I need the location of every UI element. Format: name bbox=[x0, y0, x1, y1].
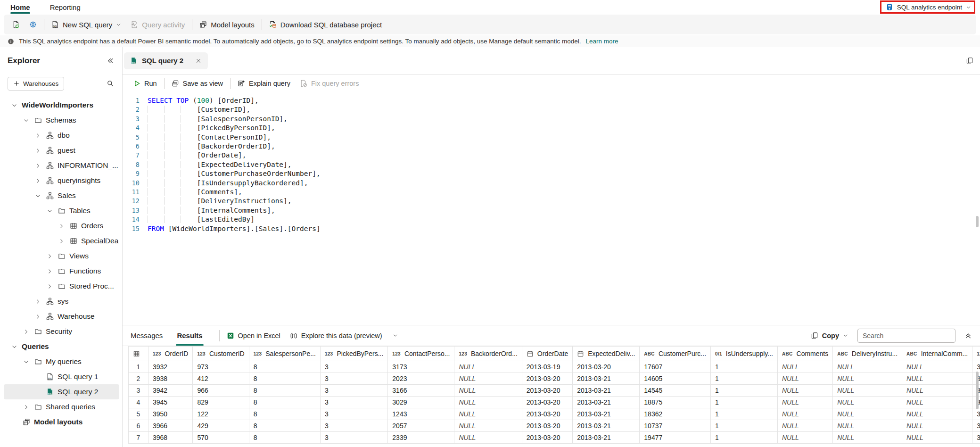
data-cell[interactable]: 2013-03-20 bbox=[573, 361, 640, 373]
tree-item-sql-query-1[interactable]: SQLSQL query 1 bbox=[4, 369, 119, 384]
data-cell[interactable]: NULL bbox=[454, 408, 522, 420]
chevron-right-icon[interactable] bbox=[57, 238, 66, 244]
collapse-results-button[interactable] bbox=[962, 330, 974, 342]
data-cell[interactable]: 2013-03-20 bbox=[522, 408, 572, 420]
data-cell[interactable]: NULL bbox=[777, 420, 832, 432]
data-cell[interactable]: 14605 bbox=[640, 373, 711, 385]
data-cell[interactable]: 2013-03-20 bbox=[522, 420, 572, 432]
data-cell[interactable]: 1243 bbox=[388, 408, 454, 420]
chevron-down-icon[interactable] bbox=[9, 102, 19, 108]
data-cell[interactable]: NULL bbox=[454, 385, 522, 397]
code-line[interactable]: 3 [SalespersonPersonID], bbox=[124, 115, 980, 124]
data-cell[interactable]: 3950 bbox=[148, 408, 193, 420]
column-header-orderdate[interactable]: OrderDate bbox=[522, 347, 572, 361]
data-cell[interactable]: 966 bbox=[193, 385, 249, 397]
tree-item-orders[interactable]: Orders bbox=[4, 218, 119, 233]
data-cell[interactable]: 2013-03-20 bbox=[522, 432, 572, 444]
tree-item-queries[interactable]: Queries bbox=[4, 339, 119, 354]
data-cell[interactable]: 3029 bbox=[388, 397, 454, 408]
data-cell[interactable]: 2013-03-19 bbox=[522, 361, 572, 373]
chevron-down-icon[interactable] bbox=[21, 359, 31, 365]
save-as-view-button[interactable]: Save as view bbox=[167, 76, 228, 91]
tree-item-warehouse[interactable]: Warehouse bbox=[4, 309, 119, 324]
data-cell[interactable]: 2013-03-21 bbox=[573, 397, 640, 408]
explore-this-data-button[interactable]: Explore this data (preview) bbox=[285, 328, 403, 343]
tree-item-guest[interactable]: guest bbox=[4, 143, 119, 158]
download-sql-project-button[interactable]: Download SQL database project bbox=[264, 17, 387, 32]
data-cell[interactable]: 3 bbox=[320, 373, 387, 385]
data-cell[interactable]: NULL bbox=[777, 432, 832, 444]
data-cell[interactable]: 3938 bbox=[148, 373, 193, 385]
column-header-lasteditedby[interactable]: 123LastEditedBy bbox=[972, 347, 980, 361]
row-number-cell[interactable]: 2 bbox=[129, 373, 148, 385]
data-cell[interactable]: 3968 bbox=[148, 432, 193, 444]
data-cell[interactable]: 1 bbox=[711, 408, 778, 420]
data-cell[interactable]: 1 bbox=[711, 397, 778, 408]
tree-item-shared-queries[interactable]: Shared queries bbox=[4, 399, 119, 414]
data-cell[interactable]: NULL bbox=[777, 361, 832, 373]
column-header-customerpurc[interactable]: ABCCustomerPurc... bbox=[640, 347, 711, 361]
sql-editor[interactable]: 1SELECT TOP (100) [OrderID],2 [CustomerI… bbox=[123, 92, 980, 325]
data-cell[interactable]: NULL bbox=[902, 420, 972, 432]
tree-item-information[interactable]: INFORMATION_... bbox=[4, 158, 119, 173]
data-cell[interactable]: NULL bbox=[902, 373, 972, 385]
data-cell[interactable]: 19477 bbox=[640, 432, 711, 444]
column-header-orderid[interactable]: 123OrderID bbox=[148, 347, 193, 361]
chevron-down-icon[interactable] bbox=[33, 193, 42, 199]
data-cell[interactable]: 3966 bbox=[148, 420, 193, 432]
data-cell[interactable]: NULL bbox=[777, 385, 832, 397]
copy-icon[interactable] bbox=[966, 57, 973, 65]
column-header-deliveryinstru[interactable]: ABCDeliveryInstru... bbox=[833, 347, 902, 361]
chevron-right-icon[interactable] bbox=[45, 283, 54, 290]
data-cell[interactable]: 17607 bbox=[640, 361, 711, 373]
tab-reporting[interactable]: Reporting bbox=[50, 0, 81, 14]
data-cell[interactable]: 1 bbox=[711, 420, 778, 432]
data-cell[interactable]: NULL bbox=[833, 408, 902, 420]
open-in-excel-button[interactable]: Open in Excel bbox=[222, 328, 285, 343]
endpoint-switcher[interactable]: SQL analytics endpoint bbox=[880, 0, 975, 14]
data-cell[interactable]: NULL bbox=[902, 432, 972, 444]
data-cell[interactable]: 10737 bbox=[640, 420, 711, 432]
data-cell[interactable]: 3 bbox=[972, 408, 980, 420]
data-cell[interactable]: NULL bbox=[777, 397, 832, 408]
data-cell[interactable]: 3 bbox=[320, 385, 387, 397]
row-number-cell[interactable]: 3 bbox=[129, 385, 148, 397]
data-cell[interactable]: 2013-03-21 bbox=[573, 385, 640, 397]
data-cell[interactable]: 8 bbox=[249, 420, 320, 432]
settings-button[interactable] bbox=[25, 17, 41, 32]
tree-item-stored-proc[interactable]: Stored Proc... bbox=[4, 279, 119, 294]
explain-query-button[interactable]: Explain query bbox=[233, 76, 295, 91]
collapse-explorer-button[interactable] bbox=[104, 55, 116, 67]
column-header-internalcomm[interactable]: ABCInternalComm... bbox=[902, 347, 972, 361]
chevron-right-icon[interactable] bbox=[33, 314, 42, 320]
data-cell[interactable]: 18362 bbox=[640, 408, 711, 420]
data-cell[interactable]: 2339 bbox=[388, 432, 454, 444]
code-line[interactable]: 9 [CustomerPurchaseOrderNumber], bbox=[124, 169, 980, 178]
chevron-right-icon[interactable] bbox=[45, 253, 54, 259]
data-cell[interactable]: 3 bbox=[972, 420, 980, 432]
data-cell[interactable]: 3942 bbox=[148, 385, 193, 397]
tree-item-functions[interactable]: Functions bbox=[4, 264, 119, 279]
data-cell[interactable]: 2013-03-20 bbox=[522, 373, 572, 385]
tree-item-sales[interactable]: Sales bbox=[4, 188, 119, 203]
chevron-right-icon[interactable] bbox=[33, 178, 42, 184]
tab-results[interactable]: Results bbox=[177, 325, 202, 346]
row-number-cell[interactable]: 5 bbox=[129, 408, 148, 420]
tab-messages[interactable]: Messages bbox=[131, 325, 163, 346]
data-cell[interactable]: NULL bbox=[777, 373, 832, 385]
data-cell[interactable]: 1 bbox=[711, 361, 778, 373]
data-cell[interactable]: 18875 bbox=[640, 397, 711, 408]
code-line[interactable]: 1SELECT TOP (100) [OrderID], bbox=[124, 96, 980, 105]
data-cell[interactable]: 2013-03-20 bbox=[522, 397, 572, 408]
chevron-down-icon[interactable] bbox=[393, 333, 398, 338]
data-cell[interactable]: 3173 bbox=[388, 361, 454, 373]
row-number-cell[interactable]: 4 bbox=[129, 397, 148, 408]
chevron-right-icon[interactable] bbox=[57, 223, 66, 229]
chevron-right-icon[interactable] bbox=[21, 404, 31, 410]
data-cell[interactable]: 2013-03-21 bbox=[573, 432, 640, 444]
code-line[interactable]: 6 [BackorderOrderID], bbox=[124, 142, 980, 151]
chevron-down-icon[interactable] bbox=[45, 208, 54, 214]
data-cell[interactable]: 3 bbox=[320, 420, 387, 432]
data-cell[interactable]: 122 bbox=[193, 408, 249, 420]
data-cell[interactable]: NULL bbox=[833, 385, 902, 397]
